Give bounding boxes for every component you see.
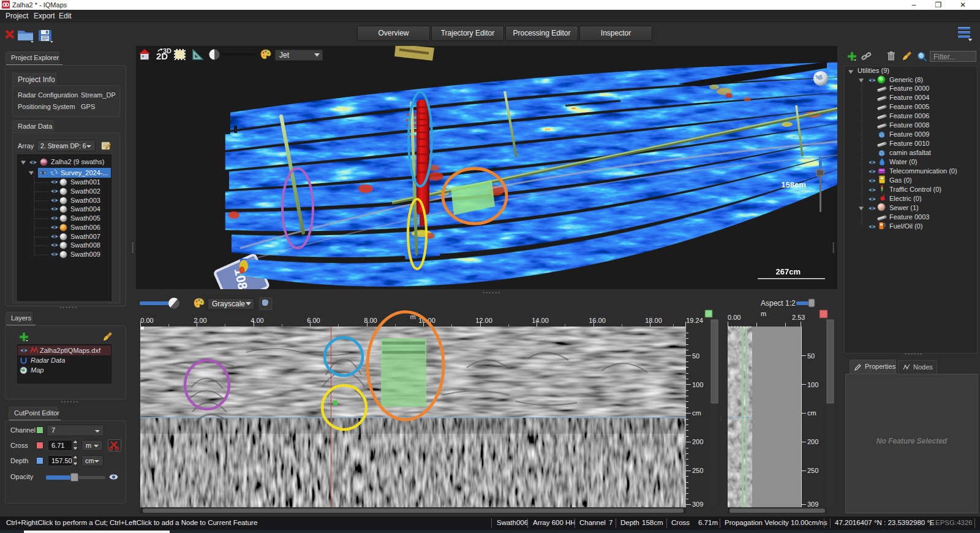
svg-text:18.00: 18.00 xyxy=(645,317,662,324)
svg-text:267cm: 267cm xyxy=(776,267,801,276)
svg-text:?: ? xyxy=(880,77,883,83)
svg-text:50: 50 xyxy=(807,352,815,360)
svg-text:14.00: 14.00 xyxy=(532,317,549,324)
svg-text:Grayscale: Grayscale xyxy=(212,300,245,308)
svg-text:Aspect 1:2: Aspect 1:2 xyxy=(761,299,796,308)
svg-text:6.00: 6.00 xyxy=(307,317,320,324)
svg-text:2.53: 2.53 xyxy=(792,314,805,321)
svg-text:cm: cm xyxy=(807,409,816,417)
svg-text:0.00: 0.00 xyxy=(728,314,741,321)
svg-text:158cm: 158cm xyxy=(782,180,806,189)
svg-text:200: 200 xyxy=(692,438,703,445)
svg-text:250: 250 xyxy=(807,467,818,474)
svg-text:4.00: 4.00 xyxy=(251,317,263,324)
svg-text:cm: cm xyxy=(692,409,701,417)
svg-text:8.00: 8.00 xyxy=(364,317,377,324)
svg-text:309: 309 xyxy=(692,501,703,508)
svg-text:50: 50 xyxy=(692,352,699,360)
svg-text:3D: 3D xyxy=(163,47,172,55)
svg-text:0.00: 0.00 xyxy=(140,317,153,324)
svg-text:309: 309 xyxy=(807,501,818,508)
svg-text:⋮: ⋮ xyxy=(719,416,723,420)
svg-text:2.00: 2.00 xyxy=(194,317,206,324)
svg-text:19.24: 19.24 xyxy=(686,317,703,324)
svg-text:100: 100 xyxy=(692,381,703,388)
svg-text:16.00: 16.00 xyxy=(589,317,606,324)
svg-text:12.00: 12.00 xyxy=(475,317,492,324)
svg-text:100: 100 xyxy=(807,381,818,388)
svg-text:200: 200 xyxy=(807,438,818,445)
svg-text:m: m xyxy=(761,310,766,317)
svg-text:Jet: Jet xyxy=(279,51,290,59)
svg-text:250: 250 xyxy=(692,467,703,474)
